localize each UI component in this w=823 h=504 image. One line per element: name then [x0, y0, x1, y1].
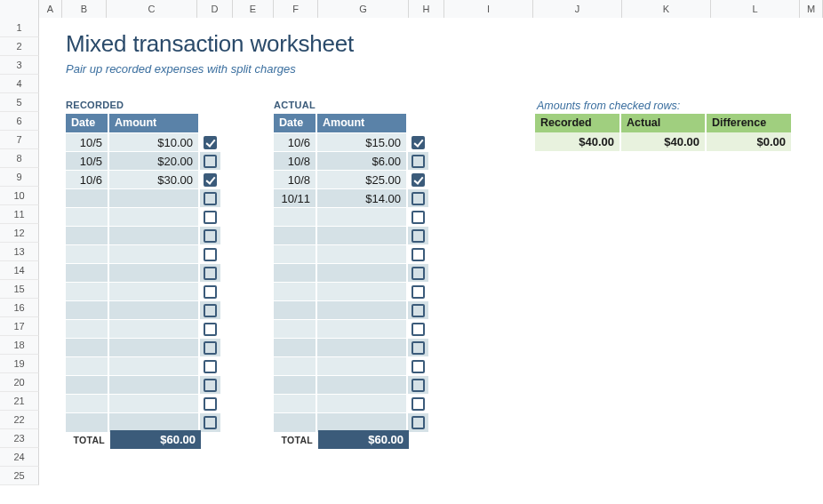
column-header-A[interactable]: A [39, 0, 62, 18]
recorded-amount-cell[interactable] [108, 245, 199, 264]
row-number-3[interactable]: 3 [0, 56, 39, 75]
actual-date-cell[interactable]: 10/6 [274, 133, 316, 152]
recorded-date-cell[interactable]: 10/5 [66, 152, 108, 171]
recorded-checkbox[interactable] [204, 192, 217, 205]
actual-date-cell[interactable]: 10/8 [274, 171, 316, 189]
row-number-22[interactable]: 22 [0, 411, 39, 429]
actual-date-cell[interactable] [274, 320, 316, 339]
actual-amount-cell[interactable] [316, 376, 407, 395]
column-header-D[interactable]: D [197, 0, 233, 18]
actual-date-cell[interactable] [274, 376, 316, 395]
recorded-date-cell[interactable] [66, 301, 108, 320]
actual-amount-cell[interactable] [316, 283, 407, 301]
row-number-23[interactable]: 23 [0, 429, 39, 448]
recorded-date-cell[interactable] [66, 283, 108, 301]
actual-checkbox[interactable] [412, 211, 425, 224]
recorded-checkbox[interactable] [204, 379, 217, 392]
actual-amount-cell[interactable]: $15.00 [316, 133, 407, 152]
actual-date-cell[interactable] [274, 227, 316, 245]
row-number-10[interactable]: 10 [0, 187, 39, 205]
actual-amount-cell[interactable]: $6.00 [316, 152, 407, 171]
recorded-date-cell[interactable] [66, 395, 108, 413]
actual-checkbox[interactable] [412, 360, 425, 373]
sheet-canvas[interactable]: Mixed transaction worksheet Pair up reco… [39, 18, 823, 504]
row-number-5[interactable]: 5 [0, 93, 39, 112]
actual-date-cell[interactable] [274, 413, 316, 432]
actual-checkbox[interactable] [412, 136, 425, 149]
recorded-checkbox[interactable] [204, 248, 217, 261]
recorded-date-cell[interactable] [66, 189, 108, 208]
recorded-checkbox[interactable] [204, 173, 217, 187]
column-header-C[interactable]: C [107, 0, 197, 18]
recorded-date-cell[interactable] [66, 245, 108, 264]
actual-amount-cell[interactable] [316, 413, 407, 432]
actual-amount-cell[interactable]: $14.00 [316, 189, 407, 208]
actual-date-cell[interactable] [274, 264, 316, 283]
row-number-4[interactable]: 4 [0, 75, 39, 93]
recorded-checkbox[interactable] [204, 285, 217, 299]
recorded-amount-cell[interactable] [108, 301, 199, 320]
recorded-amount-cell[interactable] [108, 264, 199, 283]
row-number-19[interactable]: 19 [0, 355, 39, 373]
column-header-F[interactable]: F [274, 0, 318, 18]
column-header-E[interactable]: E [233, 0, 274, 18]
select-all-corner[interactable] [0, 0, 39, 18]
row-number-25[interactable]: 25 [0, 467, 39, 485]
recorded-amount-cell[interactable] [108, 413, 199, 432]
actual-amount-cell[interactable] [316, 357, 407, 376]
row-number-6[interactable]: 6 [0, 112, 39, 131]
recorded-date-cell[interactable] [66, 339, 108, 357]
column-header-B[interactable]: B [62, 0, 107, 18]
recorded-date-cell[interactable] [66, 227, 108, 245]
column-header-L[interactable]: L [711, 0, 800, 18]
recorded-checkbox[interactable] [204, 136, 217, 149]
actual-date-cell[interactable] [274, 395, 316, 413]
actual-date-cell[interactable] [274, 339, 316, 357]
row-number-1[interactable]: 1 [0, 18, 39, 37]
actual-checkbox[interactable] [412, 323, 425, 336]
recorded-amount-cell[interactable]: $30.00 [108, 171, 199, 189]
row-number-18[interactable]: 18 [0, 336, 39, 355]
recorded-amount-cell[interactable] [108, 320, 199, 339]
actual-checkbox[interactable] [412, 285, 425, 299]
actual-amount-cell[interactable] [316, 301, 407, 320]
recorded-date-cell[interactable]: 10/6 [66, 171, 108, 189]
column-header-K[interactable]: K [622, 0, 711, 18]
row-number-20[interactable]: 20 [0, 373, 39, 392]
actual-amount-cell[interactable] [316, 339, 407, 357]
actual-checkbox[interactable] [412, 397, 425, 411]
recorded-date-cell[interactable] [66, 320, 108, 339]
recorded-date-cell[interactable] [66, 357, 108, 376]
actual-date-cell[interactable]: 10/11 [274, 189, 316, 208]
recorded-amount-cell[interactable]: $10.00 [108, 133, 199, 152]
recorded-checkbox[interactable] [204, 267, 217, 280]
row-number-12[interactable]: 12 [0, 224, 39, 243]
row-number-17[interactable]: 17 [0, 317, 39, 336]
row-number-13[interactable]: 13 [0, 243, 39, 261]
recorded-amount-cell[interactable] [108, 227, 199, 245]
actual-date-cell[interactable] [274, 208, 316, 227]
row-number-11[interactable]: 11 [0, 205, 39, 224]
actual-checkbox[interactable] [412, 416, 425, 429]
recorded-date-cell[interactable]: 10/5 [66, 133, 108, 152]
column-header-G[interactable]: G [318, 0, 409, 18]
actual-amount-cell[interactable] [316, 208, 407, 227]
actual-checkbox[interactable] [412, 341, 425, 355]
recorded-checkbox[interactable] [204, 155, 217, 168]
actual-amount-cell[interactable] [316, 245, 407, 264]
row-number-7[interactable]: 7 [0, 131, 39, 149]
actual-date-cell[interactable]: 10/8 [274, 152, 316, 171]
recorded-date-cell[interactable] [66, 413, 108, 432]
recorded-checkbox[interactable] [204, 360, 217, 373]
recorded-checkbox[interactable] [204, 211, 217, 224]
recorded-checkbox[interactable] [204, 323, 217, 336]
recorded-amount-cell[interactable] [108, 283, 199, 301]
actual-checkbox[interactable] [412, 267, 425, 280]
row-number-2[interactable]: 2 [0, 37, 39, 56]
actual-date-cell[interactable] [274, 357, 316, 376]
recorded-date-cell[interactable] [66, 376, 108, 395]
column-header-M[interactable]: M [800, 0, 823, 18]
row-number-9[interactable]: 9 [0, 168, 39, 187]
actual-checkbox[interactable] [412, 229, 425, 243]
row-number-8[interactable]: 8 [0, 149, 39, 168]
